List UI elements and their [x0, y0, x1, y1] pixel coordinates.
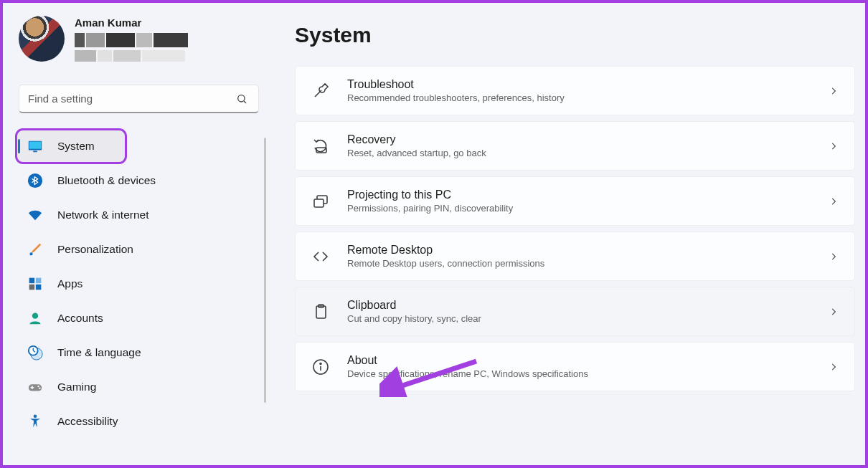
card-title: Remote Desktop	[347, 244, 811, 257]
card-about[interactable]: About Device specifications, rename PC, …	[295, 342, 855, 391]
sidebar-item-label: Accounts	[57, 312, 103, 325]
card-clipboard[interactable]: Clipboard Cut and copy history, sync, cl…	[295, 287, 855, 336]
clock-globe-icon	[27, 345, 43, 360]
remote-icon	[311, 247, 330, 266]
main-content: System Troubleshoot Recommended troubles…	[272, 3, 865, 465]
card-title: Projecting to this PC	[347, 188, 811, 201]
svg-point-0	[238, 95, 245, 101]
search-input[interactable]	[28, 92, 234, 105]
settings-window: Aman Kumar	[3, 3, 865, 465]
card-text: Clipboard Cut and copy history, sync, cl…	[347, 299, 811, 324]
card-title: Troubleshoot	[347, 78, 811, 91]
card-text: About Device specifications, rename PC, …	[347, 354, 811, 379]
sidebar-item-accounts[interactable]: Accounts	[17, 302, 260, 334]
wrench-icon	[311, 82, 330, 100]
user-header[interactable]: Aman Kumar	[14, 13, 263, 72]
user-email-blurred	[75, 33, 188, 47]
info-icon	[311, 358, 330, 376]
card-subtitle: Device specifications, rename PC, Window…	[347, 368, 811, 379]
settings-cards: Troubleshoot Recommended troubleshooters…	[295, 66, 855, 394]
card-subtitle: Recommended troubleshooters, preferences…	[347, 92, 811, 103]
card-text: Recovery Reset, advanced startup, go bac…	[347, 133, 811, 158]
sidebar-item-label: Personalization	[57, 243, 133, 256]
avatar	[19, 16, 65, 62]
recovery-icon	[311, 137, 330, 156]
svg-rect-24	[314, 199, 324, 207]
user-name: Aman Kumar	[75, 16, 188, 29]
clipboard-icon	[311, 302, 330, 321]
sidebar-item-label: Apps	[57, 277, 82, 290]
person-icon	[27, 310, 43, 326]
card-remote-desktop[interactable]: Remote Desktop Remote Desktop users, con…	[295, 231, 855, 281]
search-icon	[234, 91, 250, 107]
sidebar-item-accessibility[interactable]: Accessibility	[17, 406, 260, 437]
user-email-blurred-2	[75, 50, 188, 62]
sidebar-item-personalization[interactable]: Personalization	[17, 234, 260, 265]
user-text: Aman Kumar	[75, 16, 188, 62]
project-icon	[311, 192, 330, 211]
page-title: System	[295, 23, 855, 47]
svg-rect-4	[33, 151, 37, 152]
svg-line-1	[244, 101, 246, 103]
bluetooth-icon	[27, 173, 43, 188]
wifi-icon	[27, 207, 43, 223]
sidebar-item-system[interactable]: System	[17, 130, 125, 162]
sidebar-item-label: Bluetooth & devices	[57, 174, 156, 187]
svg-point-18	[39, 388, 40, 389]
chevron-right-icon	[829, 86, 839, 96]
card-subtitle: Reset, advanced startup, go back	[347, 148, 811, 158]
search-box[interactable]	[19, 85, 259, 113]
display-icon	[27, 138, 43, 154]
sidebar-item-apps[interactable]: Apps	[17, 268, 260, 300]
card-recovery[interactable]: Recovery Reset, advanced startup, go bac…	[295, 121, 855, 171]
svg-point-17	[37, 386, 39, 387]
card-title: Clipboard	[347, 299, 811, 312]
sidebar: Aman Kumar	[3, 3, 272, 465]
svg-point-11	[32, 313, 38, 319]
card-subtitle: Cut and copy history, sync, clear	[347, 313, 811, 324]
svg-rect-7	[29, 278, 35, 284]
accessibility-icon	[27, 414, 43, 429]
card-troubleshoot[interactable]: Troubleshoot Recommended troubleshooters…	[295, 66, 855, 115]
card-text: Troubleshoot Recommended troubleshooters…	[347, 78, 811, 103]
svg-rect-20	[32, 386, 32, 389]
card-title: Recovery	[347, 133, 811, 146]
chevron-right-icon	[829, 141, 839, 151]
sidebar-item-gaming[interactable]: Gaming	[17, 371, 260, 403]
svg-rect-3	[29, 142, 42, 149]
brush-icon	[27, 242, 43, 257]
sidebar-item-label: Gaming	[57, 381, 96, 393]
chevron-right-icon	[829, 196, 839, 206]
card-projecting[interactable]: Projecting to this PC Permissions, pairi…	[295, 176, 855, 226]
svg-point-29	[320, 363, 321, 364]
card-text: Remote Desktop Remote Desktop users, con…	[347, 244, 811, 269]
svg-rect-6	[30, 253, 33, 256]
card-text: Projecting to this PC Permissions, pairi…	[347, 188, 811, 214]
apps-icon	[27, 276, 43, 292]
sidebar-item-time-language[interactable]: Time & language	[17, 337, 260, 368]
chevron-right-icon	[829, 307, 839, 317]
chevron-right-icon	[829, 362, 839, 372]
sidebar-item-label: Time & language	[57, 346, 141, 359]
sidebar-item-label: System	[57, 140, 95, 153]
card-title: About	[347, 354, 811, 367]
gamepad-icon	[27, 379, 43, 395]
sidebar-item-bluetooth[interactable]: Bluetooth & devices	[17, 165, 260, 196]
sidebar-item-label: Accessibility	[57, 415, 118, 428]
svg-point-21	[34, 414, 37, 418]
sidebar-nav: System Bluetooth & devices Network & int…	[14, 129, 263, 439]
chevron-right-icon	[829, 252, 839, 262]
svg-rect-9	[29, 285, 35, 290]
sidebar-item-label: Network & internet	[57, 209, 149, 221]
svg-rect-8	[36, 278, 42, 284]
card-subtitle: Remote Desktop users, connection permiss…	[347, 258, 811, 269]
sidebar-item-network[interactable]: Network & internet	[17, 199, 260, 231]
svg-rect-10	[36, 285, 42, 290]
sidebar-scrollbar[interactable]	[264, 138, 266, 403]
card-subtitle: Permissions, pairing PIN, discoverabilit…	[347, 203, 811, 214]
